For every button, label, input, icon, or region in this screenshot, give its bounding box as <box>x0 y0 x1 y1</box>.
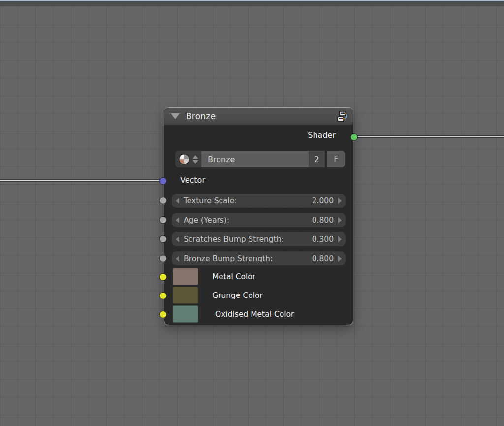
datablock-name-field[interactable]: Bronze <box>201 151 309 167</box>
slider-right-arrow-icon[interactable] <box>338 198 342 204</box>
socket-output-metal-color[interactable] <box>159 273 167 281</box>
socket-input-age[interactable] <box>159 216 167 224</box>
oxidised-metal-color-label: Oxidised Metal Color <box>215 310 294 319</box>
slider-scratches-bump-strength[interactable]: Scratches Bump Strength: 0.300 <box>172 232 346 246</box>
output-oxidised-metal-color-row: Oxidised Metal Color <box>173 305 294 323</box>
collapse-triangle-icon[interactable] <box>171 113 180 119</box>
slider-left-arrow-icon[interactable] <box>176 198 179 204</box>
slider-right-arrow-icon[interactable] <box>338 217 342 223</box>
slider-label: Age (Years): <box>184 216 312 225</box>
output-metal-color-row: Metal Color <box>173 268 255 285</box>
socket-input-texture-scale[interactable] <box>159 197 167 204</box>
node-group-icon <box>335 110 348 123</box>
slider-left-arrow-icon[interactable] <box>176 256 179 262</box>
socket-input-scratches-bump[interactable] <box>159 235 167 243</box>
slider-label: Texture Scale: <box>184 197 312 205</box>
stepper-up-icon[interactable] <box>192 155 198 159</box>
datablock-row: Bronze 2 F <box>175 151 345 167</box>
socket-output-oxidised-metal-color[interactable] <box>159 311 167 318</box>
grunge-color-swatch[interactable] <box>173 287 198 304</box>
slider-value: 0.800 <box>312 254 334 263</box>
users-count-button[interactable]: 2 <box>309 151 325 167</box>
slider-value: 0.300 <box>312 235 334 244</box>
grunge-color-label: Grunge Color <box>212 291 263 300</box>
socket-output-grunge-color[interactable] <box>159 292 167 299</box>
material-sphere-icon <box>178 153 190 165</box>
output-grunge-color-row: Grunge Color <box>173 287 263 304</box>
socket-input-bronze-bump[interactable] <box>159 255 167 262</box>
slider-texture-scale[interactable]: Texture Scale: 2.000 <box>172 194 346 208</box>
node-bronze-group[interactable]: Bronze Shader <box>164 107 353 325</box>
input-vector-label: Vector <box>180 175 205 185</box>
node-link-vector <box>0 179 164 182</box>
slider-age-years[interactable]: Age (Years): 0.800 <box>172 213 346 227</box>
oxidised-metal-color-swatch[interactable] <box>173 305 198 323</box>
slider-value: 0.800 <box>312 216 334 225</box>
node-header[interactable]: Bronze <box>164 108 353 125</box>
editor-top-edge <box>0 1 504 6</box>
slider-right-arrow-icon[interactable] <box>338 236 342 242</box>
slider-label: Scratches Bump Strength: <box>184 235 312 244</box>
node-title: Bronze <box>186 111 335 121</box>
slider-left-arrow-icon[interactable] <box>176 236 179 242</box>
output-shader-label: Shader <box>308 131 336 140</box>
slider-left-arrow-icon[interactable] <box>176 217 179 223</box>
metal-color-label: Metal Color <box>212 272 255 281</box>
socket-input-vector[interactable] <box>159 177 167 185</box>
material-browse-button[interactable] <box>175 151 201 167</box>
slider-value: 2.000 <box>312 197 334 205</box>
slider-right-arrow-icon[interactable] <box>338 256 342 262</box>
metal-color-swatch[interactable] <box>173 268 198 285</box>
slider-label: Bronze Bump Strength: <box>184 254 312 263</box>
blender-node-editor: { "node": { "title": "Bronze", "output":… <box>0 0 504 426</box>
datablock-steppers <box>192 155 198 164</box>
node-link-shader <box>353 135 504 138</box>
slider-bronze-bump-strength[interactable]: Bronze Bump Strength: 0.800 <box>172 251 346 265</box>
socket-output-shader[interactable] <box>350 133 358 141</box>
stepper-down-icon[interactable] <box>192 160 198 164</box>
fake-user-button[interactable]: F <box>327 151 345 167</box>
